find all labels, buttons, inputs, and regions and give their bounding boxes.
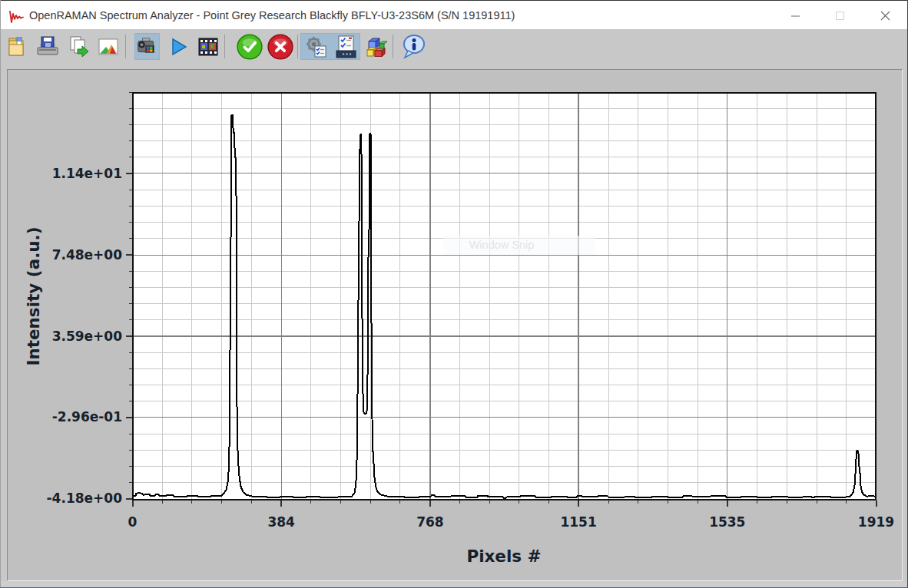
window-title: OpenRAMAN Spectrum Analyzer - Point Grey… [29, 1, 515, 30]
cancel-button[interactable] [267, 33, 293, 60]
accept-button[interactable] [237, 33, 263, 60]
cubes-view-button[interactable] [363, 33, 389, 60]
plot-area[interactable] [133, 92, 877, 499]
open-folder-icon [5, 35, 29, 59]
settings-checklist-button[interactable] [333, 33, 359, 60]
watermark-label: Window Snip [469, 239, 535, 251]
y-tick-label: -4.18e+00 [47, 491, 123, 506]
toolbar-separator [125, 35, 126, 58]
info-button[interactable] [401, 33, 427, 60]
window-frame-left [0, 0, 1, 588]
spectrum-chart[interactable]: Window Snip03847681151153519191.14e+017.… [8, 70, 901, 580]
y-axis-label: Intensity (a.u.) [24, 226, 43, 365]
close-button[interactable] [867, 2, 903, 30]
save-image-icon [96, 35, 121, 59]
x-tick-label: 1151 [560, 514, 596, 530]
toolbar-separator [297, 35, 298, 58]
window-bottom-strip [0, 581, 908, 587]
play-button[interactable] [165, 33, 191, 60]
y-tick-label: -2.96e-01 [52, 409, 122, 424]
y-tick-label: 7.48e+00 [52, 247, 123, 263]
info-icon [401, 34, 427, 60]
x-axis-label: Pixels # [466, 547, 541, 566]
settings-checklist-icon [333, 35, 358, 59]
y-tick-label: 3.59e+00 [52, 329, 123, 344]
title-bar: OpenRAMAN Spectrum Analyzer - Point Grey… [0, 0, 908, 29]
toolbar-separator [224, 35, 225, 58]
x-tick-label: 384 [267, 514, 295, 530]
x-tick-label: 768 [416, 514, 444, 530]
toolbar-separator [393, 35, 393, 58]
accept-icon [237, 33, 263, 61]
maximize-button[interactable] [823, 2, 858, 30]
maximize-icon [836, 12, 845, 21]
camera-acquire-icon [136, 35, 159, 58]
minimize-icon [791, 12, 800, 21]
settings-gear-button[interactable] [303, 33, 330, 60]
film-sequence-icon [196, 35, 220, 59]
cubes-view-icon [363, 34, 389, 60]
camera-acquire-button[interactable] [134, 33, 160, 60]
film-sequence-button[interactable] [195, 33, 221, 60]
x-tick-label: 1919 [858, 514, 894, 530]
app-icon [8, 7, 26, 25]
save-button[interactable] [35, 33, 61, 60]
cancel-icon [267, 33, 293, 61]
export-copy-icon [67, 35, 91, 59]
export-copy-button[interactable] [66, 33, 92, 60]
play-icon [166, 35, 191, 59]
x-tick-label: 0 [128, 514, 138, 530]
close-icon [880, 11, 890, 21]
save-image-button[interactable] [95, 33, 121, 60]
save-icon [35, 35, 60, 59]
toolbar [0, 29, 908, 69]
settings-gear-icon [304, 35, 329, 59]
x-tick-label: 1535 [709, 514, 745, 530]
y-tick-label: 1.14e+01 [52, 166, 122, 181]
minimize-button[interactable] [778, 2, 814, 30]
open-folder-button[interactable] [4, 33, 30, 60]
